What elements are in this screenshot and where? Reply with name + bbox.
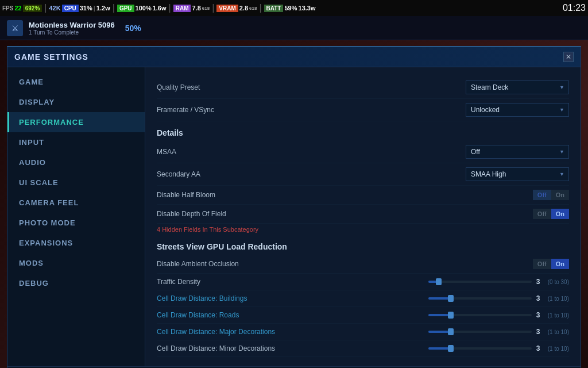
buildings-slider-group: 3 (1 to 10) — [428, 294, 569, 302]
details-header: Details — [157, 121, 569, 141]
nav-item-expansions[interactable]: EXPANSIONS — [7, 233, 145, 253]
half-bloom-row: Disable Half Bloom Off On — [157, 186, 569, 205]
ambient-row: Disable Ambient Occlusion Off On — [157, 255, 569, 274]
ram-val: 7.8 — [192, 5, 200, 12]
notification-icon: ⚔ — [7, 20, 23, 36]
fps-label: FPS — [2, 5, 13, 12]
ambient-toggle[interactable]: Off On — [533, 259, 569, 269]
half-bloom-off-btn[interactable]: Off — [533, 190, 551, 200]
nav-item-display[interactable]: DISPLAY — [7, 92, 145, 112]
hud-time: 01:23 — [563, 3, 586, 13]
hud-bar: FPS 22 692% | 42K CPU 31% | 1.2w | GPU 1… — [0, 0, 588, 16]
settings-content: Quality Preset Steam Deck Framerate / VS… — [145, 67, 581, 366]
nav-item-ui-scale[interactable]: UI SCALE — [7, 172, 145, 193]
ambient-label: Disable Ambient Occlusion — [157, 260, 533, 268]
cpu-w: 1.2w — [96, 5, 110, 12]
half-bloom-on-btn[interactable]: On — [551, 190, 569, 200]
quality-preset-dropdown[interactable]: Steam Deck — [466, 80, 569, 94]
quality-preset-row: Quality Preset Steam Deck — [157, 76, 569, 99]
minor-deco-slider-track[interactable] — [428, 347, 532, 350]
framerate-row: Framerate / VSync Unlocked — [157, 99, 569, 121]
roads-row: Cell Draw Distance: Roads 3 (1 to 10) — [157, 307, 569, 324]
hud-batt: BATT 59% 13.3w — [264, 5, 316, 12]
secondary-aa-dropdown[interactable]: SMAA High — [466, 167, 569, 181]
notification-subtitle: 1 Turn To Complete — [29, 29, 115, 36]
nav-item-game[interactable]: GAME — [7, 72, 145, 92]
vram-label: VRAM — [216, 5, 238, 12]
notification-text-group: Motionless Warrior 5096 1 Turn To Comple… — [29, 21, 115, 36]
traffic-slider-group: 3 (0 to 30) — [428, 278, 569, 286]
quality-preset-label: Quality Preset — [157, 83, 466, 91]
minor-deco-range: (1 to 10) — [548, 346, 569, 352]
settings-body: GAME DISPLAY PERFORMANCE INPUT AUDIO UI … — [7, 67, 581, 366]
cpu-label: CPU — [62, 5, 79, 12]
ram-label: RAM — [173, 5, 191, 12]
hud-vram: VRAM 2.8 618 — [216, 5, 257, 12]
gpu-pct: 100% — [136, 5, 152, 12]
quality-preset-control[interactable]: Steam Deck — [466, 80, 569, 94]
msaa-label: MSAA — [157, 148, 466, 156]
cpu-mem-val: 42K — [49, 5, 60, 12]
half-bloom-toggle[interactable]: Off On — [533, 190, 569, 200]
batt-pct: 59% — [284, 5, 297, 12]
minor-deco-slider-thumb[interactable] — [448, 345, 454, 352]
buildings-label: Cell Draw Distance: Buildings — [157, 294, 428, 302]
settings-title: GAME SETTINGS — [14, 52, 88, 62]
depth-field-row: Disable Depth Of Field Off On — [157, 205, 569, 224]
settings-window: GAME SETTINGS ✕ GAME DISPLAY PERFORMANCE… — [7, 46, 581, 368]
ambient-on-btn[interactable]: On — [551, 259, 569, 269]
roads-slider-group: 3 (1 to 10) — [428, 311, 569, 319]
close-button[interactable]: ✕ — [563, 52, 574, 62]
traffic-slider-track[interactable] — [428, 281, 532, 283]
vram-sup: 618 — [249, 6, 257, 11]
buildings-slider-thumb[interactable] — [448, 295, 454, 302]
secondary-aa-control[interactable]: SMAA High — [466, 167, 569, 181]
batt-temp: 13.3w — [299, 5, 316, 12]
vram-val: 2.8 — [239, 5, 248, 12]
nav-item-audio[interactable]: AUDIO — [7, 152, 145, 172]
ram-sup: 618 — [202, 6, 210, 11]
gpu-label: GPU — [117, 5, 134, 12]
buildings-value: 3 — [536, 294, 543, 302]
depth-field-off-btn[interactable]: Off — [533, 209, 551, 219]
buildings-row: Cell Draw Distance: Buildings 3 (1 to 10… — [157, 290, 569, 307]
nav-item-camera-feel[interactable]: CAMERA FEEL — [7, 193, 145, 213]
nav-item-mods[interactable]: MODS — [7, 253, 145, 273]
major-deco-slider-thumb[interactable] — [448, 328, 454, 335]
fps-pct: 692% — [23, 5, 42, 12]
roads-slider-thumb[interactable] — [448, 312, 454, 319]
framerate-control[interactable]: Unlocked — [466, 103, 569, 117]
ambient-off-btn[interactable]: Off — [533, 259, 551, 269]
hud-cpu-mem: 42K CPU 31% | 1.2w — [49, 5, 110, 12]
notification-title: Motionless Warrior 5096 — [29, 21, 115, 29]
traffic-row: Traffic Density 3 (0 to 30) — [157, 274, 569, 290]
roads-label: Cell Draw Distance: Roads — [157, 311, 428, 319]
traffic-value: 3 — [536, 278, 543, 286]
framerate-label: Framerate / VSync — [157, 106, 466, 114]
nav-item-performance[interactable]: PERFORMANCE — [7, 112, 145, 132]
traffic-range: (0 to 30) — [548, 279, 569, 285]
major-deco-value: 3 — [536, 328, 543, 336]
nav-item-input[interactable]: INPUT — [7, 132, 145, 152]
major-deco-slider-group: 3 (1 to 10) — [428, 328, 569, 336]
depth-field-toggle[interactable]: Off On — [533, 209, 569, 219]
cpu-pct: 31% — [80, 5, 92, 12]
traffic-slider-thumb[interactable] — [436, 278, 442, 285]
buildings-slider-track[interactable] — [428, 297, 532, 300]
nav-item-photo-mode[interactable]: PHOTO MODE — [7, 213, 145, 233]
nav-item-debug[interactable]: DEBUG — [7, 273, 145, 293]
major-deco-slider-track[interactable] — [428, 331, 532, 333]
half-bloom-label: Disable Half Bloom — [157, 191, 533, 199]
framerate-dropdown[interactable]: Unlocked — [466, 103, 569, 117]
roads-range: (1 to 10) — [548, 312, 569, 319]
minor-deco-label: Cell Draw Distance: Minor Decorations — [157, 344, 428, 352]
roads-slider-track[interactable] — [428, 314, 532, 316]
msaa-dropdown[interactable]: Off — [466, 145, 569, 159]
minor-deco-slider-group: 3 (1 to 10) — [428, 344, 569, 352]
settings-nav: GAME DISPLAY PERFORMANCE INPUT AUDIO UI … — [7, 67, 145, 366]
msaa-control[interactable]: Off — [466, 145, 569, 159]
depth-field-label: Disable Depth Of Field — [157, 210, 533, 218]
depth-field-on-btn[interactable]: On — [551, 209, 569, 219]
minor-deco-row: Cell Draw Distance: Minor Decorations 3 … — [157, 340, 569, 357]
batt-label: BATT — [264, 5, 284, 12]
